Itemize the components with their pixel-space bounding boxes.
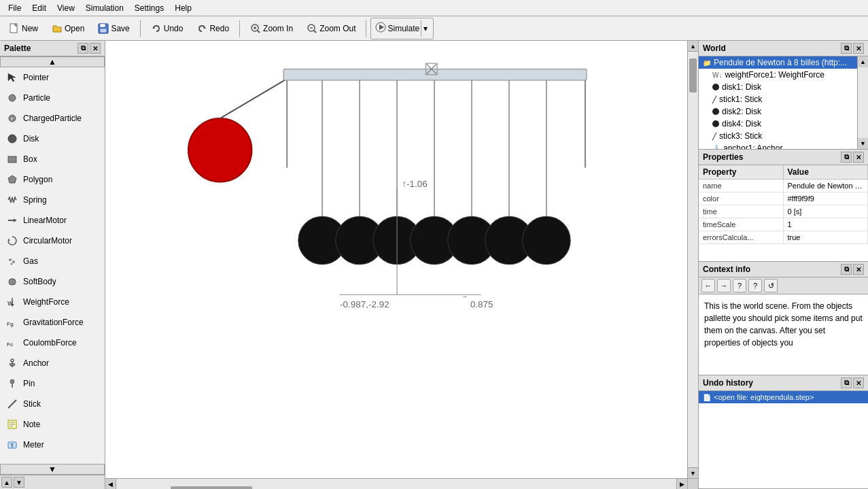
palette-item-box[interactable]: Box [0, 149, 105, 169]
ctx-back-btn[interactable]: ← [701, 279, 715, 292]
world-item-stick1[interactable]: ╱ stick1: Stick [699, 93, 857, 105]
separator-3 [366, 20, 366, 37]
palette-item-stick[interactable]: Stick [0, 394, 105, 414]
world-item-disk2[interactable]: disk2: Disk [699, 105, 857, 118]
palette-item-meter[interactable]: Meter [0, 435, 105, 455]
redo-button[interactable]: Redo [190, 20, 235, 37]
simulation-canvas[interactable]: ↑-1.06 -0.987,-2.92 0.875 [105, 41, 687, 478]
world-item-stick3[interactable]: ╱ stick3: Stick [699, 130, 857, 142]
svg-marker-25 [8, 239, 10, 241]
simulate-dropdown[interactable]: ▾ [421, 20, 429, 37]
palette-item-polygon[interactable]: Polygon [0, 169, 105, 190]
palette-item-disk[interactable]: Disk [0, 129, 105, 149]
prop-name-value[interactable]: Pendule de Newton à... [784, 180, 869, 192]
menu-help[interactable]: Help [169, 2, 197, 14]
world-vscroll-down[interactable]: ▼ [858, 138, 868, 149]
canvas-area[interactable]: ▲ ▼ [105, 41, 698, 489]
world-item-weight[interactable]: W↓ weightForce1: WeightForce [699, 69, 857, 81]
palette-scroll-up-btn[interactable]: ▲ [1, 477, 12, 488]
ctx-help-btn[interactable]: ? [748, 279, 762, 292]
undo-float-btn[interactable]: ⧉ [841, 377, 852, 388]
palette-item-weight[interactable]: W WeightForce [0, 292, 105, 312]
svg-marker-24 [14, 218, 16, 222]
context-header-actions: ⧉ ✕ [841, 264, 864, 275]
coulomb-icon: Fc [5, 336, 19, 350]
svg-line-13 [314, 31, 316, 33]
context-float-btn[interactable]: ⧉ [841, 264, 852, 275]
vscroll-thumb[interactable] [689, 58, 697, 92]
context-close-btn[interactable]: ✕ [853, 264, 864, 275]
prop-row-time[interactable]: time 0 [s] [699, 205, 868, 218]
menu-view[interactable]: View [52, 2, 80, 14]
prop-color-value[interactable]: #fff9f9f9 [784, 192, 869, 205]
hscroll-left-btn[interactable]: ◀ [105, 479, 116, 490]
undo-button[interactable]: Undo [145, 20, 190, 37]
prop-time-value[interactable]: 0 [s] [784, 205, 869, 218]
zoom-in-label: Zoom In [263, 24, 293, 33]
hscroll-right-btn[interactable]: ▶ [676, 479, 687, 490]
coord-label-3: 0.875 [470, 299, 493, 309]
palette-item-gas[interactable]: Gas [0, 251, 105, 271]
new-button[interactable]: New [3, 20, 44, 37]
canvas-viewport[interactable]: ↑-1.06 -0.987,-2.92 0.875 [105, 41, 687, 478]
palette-scroll-down-btn[interactable]: ▼ [14, 477, 24, 488]
palette-item-spring[interactable]: Spring [0, 190, 105, 210]
world-item-root[interactable]: 📁 Pendule de Newton à 8 billes (http:... [699, 56, 857, 69]
open-button[interactable]: Open [46, 20, 90, 37]
ctx-refresh-btn[interactable]: ↺ [764, 279, 778, 292]
palette-item-grav[interactable]: Fg GravitationForce [0, 312, 105, 333]
prop-errors-value[interactable]: true [784, 231, 869, 243]
palette-item-charged[interactable]: + ChargedParticle [0, 108, 105, 129]
undo-close-btn[interactable]: ✕ [853, 377, 864, 388]
palette-item-circular[interactable]: CircularMotor [0, 231, 105, 251]
palette-float-btn[interactable]: ⧉ [77, 43, 88, 54]
palette-item-note[interactable]: Note [0, 414, 105, 435]
palette-panel: Palette ⧉ ✕ ▲ Pointer Particle + Charged… [0, 41, 105, 489]
palette-item-coulomb[interactable]: Fc CoulombForce [0, 333, 105, 353]
world-item-disk4[interactable]: disk4: Disk [699, 118, 857, 130]
world-item-anchor1[interactable]: ⚓ anchor1: Anchor [699, 142, 857, 149]
palette-close-btn[interactable]: ✕ [90, 43, 101, 54]
red-disk[interactable] [188, 118, 251, 182]
palette-scroll-up[interactable]: ▲ [0, 56, 105, 67]
vscroll-up-btn[interactable]: ▲ [688, 41, 698, 52]
menu-file[interactable]: File [3, 2, 27, 14]
prop-timescale-label: timeScale [699, 218, 784, 231]
ctx-forward-btn[interactable]: → [717, 279, 731, 292]
prop-row-timescale[interactable]: timeScale 1 [699, 218, 868, 231]
hscroll-thumb[interactable] [171, 486, 252, 490]
menu-edit[interactable]: Edit [27, 2, 52, 14]
save-button[interactable]: Save [92, 20, 135, 37]
world-float-btn[interactable]: ⧉ [841, 43, 852, 54]
prop-row-name[interactable]: name Pendule de Newton à... [699, 180, 868, 192]
zoom-in-button[interactable]: Zoom In [244, 20, 299, 37]
props-close-btn[interactable]: ✕ [853, 152, 864, 163]
vscroll-track[interactable] [688, 52, 698, 467]
palette-item-pin[interactable]: Pin [0, 373, 105, 394]
palette-item-particle[interactable]: Particle [0, 88, 105, 108]
palette-item-linear[interactable]: LinearMotor [0, 210, 105, 231]
ball-7[interactable] [523, 216, 571, 265]
palette-item-softbody[interactable]: SoftBody [0, 271, 105, 292]
prop-row-errors[interactable]: errorsCalcula... true [699, 231, 868, 244]
undo-item-0[interactable]: 📄 <open file: eightpendula.step> [699, 391, 868, 403]
world-vscroll-up[interactable]: ▲ [858, 56, 868, 67]
ctx-home-btn[interactable]: ? [733, 279, 746, 292]
world-close-btn[interactable]: ✕ [853, 43, 864, 54]
palette-scroll-down[interactable]: ▼ [0, 464, 105, 475]
menu-simulation[interactable]: Simulation [80, 2, 129, 14]
vscroll-down-btn[interactable]: ▼ [688, 467, 698, 478]
canvas-vscroll[interactable]: ▲ ▼ [687, 41, 698, 478]
menu-settings[interactable]: Settings [129, 2, 169, 14]
palette-item-anchor[interactable]: Anchor [0, 353, 105, 373]
palette-item-pointer[interactable]: Pointer [0, 67, 105, 88]
props-float-btn[interactable]: ⧉ [841, 152, 852, 163]
prop-row-color[interactable]: color #fff9f9f9 [699, 192, 868, 205]
world-vscroll[interactable]: ▲ ▼ [857, 56, 868, 149]
zoom-out-button[interactable]: Zoom Out [300, 20, 362, 37]
world-item-disk1[interactable]: disk1: Disk [699, 81, 857, 93]
simulate-button[interactable]: Simulate ▾ [370, 18, 434, 39]
canvas-hscroll[interactable]: ◀ ▶ [105, 478, 687, 489]
prop-timescale-value[interactable]: 1 [784, 218, 869, 231]
svg-point-26 [9, 258, 12, 261]
